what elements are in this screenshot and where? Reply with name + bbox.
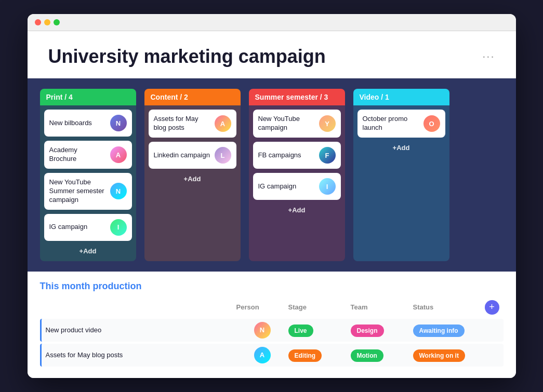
kanban-card[interactable]: New YouTube campaignY [253,110,341,138]
row-stage: Editing [288,350,351,360]
kanban-card[interactable]: IG campaignI [253,173,341,200]
add-card-print[interactable]: +Add [44,245,132,257]
row-avatar: N [236,322,288,339]
table-section: This month production Person Stage Team … [28,272,516,378]
col-stage: Stage [288,303,351,311]
card-text: New YouTube Summer semester campaign [49,178,106,205]
team-tag: Motion [351,349,383,362]
col-header-print: Print / 4 [40,89,136,105]
kanban-col-print: Print / 4New bilboardsNAcademy BrochureA… [40,89,136,261]
avatar: L [215,147,231,164]
col-body-print: New bilboardsNAcademy BrochureANew YouTu… [40,105,136,261]
card-text: FB campaigns [258,151,315,160]
table-title: This month production [40,281,504,292]
card-text: IG campaign [258,182,315,191]
kanban-card[interactable]: Assets for May blog postsA [149,110,236,138]
kanban-card[interactable]: Academy BrochureA [44,141,132,169]
row-team: Motion [351,350,413,360]
add-row-button[interactable]: + [485,300,499,315]
row-status: Awaiting info [413,326,481,335]
kanban-board: Print / 4New bilboardsNAcademy BrochureA… [28,78,516,271]
kanban-card[interactable]: October promo launchO [357,110,445,138]
card-text: New bilboards [49,119,106,128]
col-body-video: October promo launchO+Add [353,105,449,261]
avatar: N [110,183,127,199]
card-text: Academy Brochure [49,146,106,164]
title-bar [28,14,516,31]
avatar: N [110,115,127,131]
col-body-summer: New YouTube campaignYFB campaignsFIG cam… [249,105,345,261]
card-text: New YouTube campaign [258,115,315,132]
col-header-content: Content / 2 [144,89,241,105]
avatar: A [110,146,127,163]
more-button[interactable]: ··· [482,50,495,63]
kanban-card[interactable]: New YouTube Summer semester campaignN [44,173,132,210]
kanban-card[interactable]: FB campaignsF [253,142,341,169]
stage-tag: Live [288,325,313,337]
col-team: Team [351,303,413,311]
col-status: Status [413,303,481,311]
table-row[interactable]: New product video N Live Design Awaiting… [40,319,504,342]
col-person: Person [236,303,288,311]
table-rows: New product video N Live Design Awaiting… [40,319,504,367]
card-text: October promo launch [363,115,419,132]
kanban-card[interactable]: New bilboardsN [44,110,132,137]
add-card-summer[interactable]: +Add [253,204,341,216]
status-tag: Awaiting info [413,325,465,337]
kanban-col-content: Content / 2Assets for May blog postsALin… [144,89,241,261]
avatar: N [254,322,271,339]
row-avatar: A [236,347,288,363]
row-name: New product video [46,326,236,334]
card-text: IG campaign [49,223,106,232]
app-window: University marketing campaign ··· Print … [28,14,516,377]
avatar: A [254,347,271,363]
status-tag: Working on it [413,349,465,362]
table-header: Person Stage Team Status + [40,298,504,317]
header: University marketing campaign ··· [28,31,516,78]
add-card-video[interactable]: +Add [357,142,445,154]
card-text: Assets for May blog posts [154,115,210,132]
add-card-content[interactable]: +Add [149,173,236,185]
team-tag: Design [351,325,384,337]
row-team: Design [351,326,413,335]
page-title: University marketing campaign [48,46,326,67]
avatar: I [319,178,336,195]
col-body-content: Assets for May blog postsALinkedin campa… [144,105,241,261]
table-row[interactable]: Assets for May blog posts A Editing Moti… [40,344,504,367]
kanban-col-summer: Summer semester / 3New YouTube campaignY… [249,89,345,261]
col-header-video: Video / 1 [353,89,449,105]
col-header-summer: Summer semester / 3 [249,89,345,105]
avatar: I [110,219,127,236]
avatar: F [319,147,336,164]
row-stage: Live [288,326,351,335]
avatar: O [423,115,440,132]
row-name: Assets for May blog posts [46,351,236,359]
avatar: A [215,115,231,132]
minimize-dot[interactable] [44,19,50,25]
kanban-col-video: Video / 1October promo launchO+Add [353,89,449,261]
kanban-card[interactable]: Linkedin campaignL [149,142,236,169]
avatar: Y [319,115,336,132]
maximize-dot[interactable] [54,19,60,25]
close-dot[interactable] [35,19,41,25]
row-status: Working on it [413,350,481,360]
kanban-card[interactable]: IG campaignI [44,214,132,241]
card-text: Linkedin campaign [154,151,210,160]
stage-tag: Editing [288,349,322,362]
